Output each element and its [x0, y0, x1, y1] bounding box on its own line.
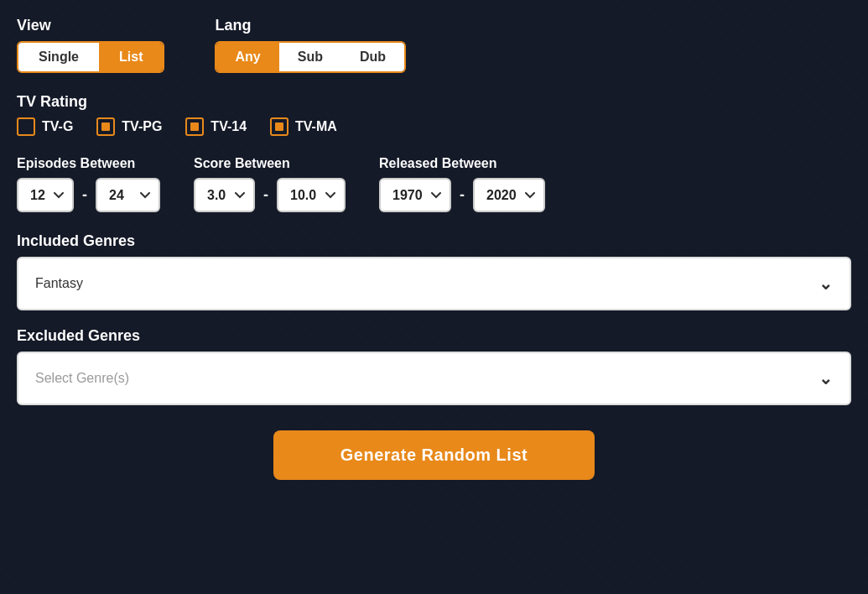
score-between-label: Score Between: [194, 156, 346, 171]
episodes-dash: -: [82, 186, 87, 204]
included-genres-label: Included Genres: [17, 232, 851, 250]
included-genres-chevron-icon: ⌄: [819, 274, 833, 294]
excluded-genres-chevron-icon: ⌄: [819, 368, 833, 388]
tv-pg-label: TV-PG: [122, 119, 162, 134]
released-to-select[interactable]: 2020 2000 2005 2010 2015 2023 2024: [473, 178, 545, 212]
lang-toggle-group: Any Sub Dub: [215, 41, 406, 73]
rating-options: TV-G TV-PG TV-14 TV-MA: [17, 117, 851, 136]
score-to-select[interactable]: 10.0 5.0 6.0 7.0 8.0 9.0: [277, 178, 346, 212]
view-toggle-group: Single List: [17, 41, 164, 73]
released-between-group: Released Between 1970 1960 1965 1975 198…: [379, 156, 545, 212]
released-from-select[interactable]: 1970 1960 1965 1975 1980 1985 1990 1995 …: [379, 178, 451, 212]
tv-rating-label: TV Rating: [17, 93, 851, 111]
score-dash: -: [263, 186, 268, 204]
view-list-button[interactable]: List: [99, 43, 163, 71]
released-between-label: Released Between: [379, 156, 545, 171]
generate-random-list-button[interactable]: Generate Random List: [273, 430, 595, 480]
tv-ma-checkbox[interactable]: [270, 117, 288, 136]
view-section: View Single List: [17, 17, 164, 73]
excluded-genres-dropdown[interactable]: Select Genre(s) ⌄: [17, 352, 851, 405]
episodes-between-group: Episodes Between 12 1 4 8 24 36 - 24 12 …: [17, 156, 160, 212]
lang-label: Lang: [215, 17, 406, 34]
excluded-genres-placeholder: Select Genre(s): [35, 371, 129, 386]
excluded-genres-label: Excluded Genres: [17, 327, 851, 345]
view-single-button[interactable]: Single: [18, 43, 99, 71]
excluded-genres-section: Excluded Genres Select Genre(s) ⌄: [17, 327, 851, 405]
released-between-inputs: 1970 1960 1965 1975 1980 1985 1990 1995 …: [379, 178, 545, 212]
included-genres-dropdown[interactable]: Fantasy ⌄: [17, 257, 851, 310]
episodes-to-select[interactable]: 24 12 36 48 72 100: [96, 178, 160, 212]
rating-tv-ma[interactable]: TV-MA: [270, 117, 337, 136]
between-row: Episodes Between 12 1 4 8 24 36 - 24 12 …: [17, 156, 851, 212]
episodes-between-inputs: 12 1 4 8 24 36 - 24 12 36 48 72 100: [17, 178, 160, 212]
included-genres-value: Fantasy: [35, 276, 83, 291]
included-genres-section: Included Genres Fantasy ⌄: [17, 232, 851, 310]
tv-14-label: TV-14: [211, 119, 247, 134]
score-between-inputs: 3.0 1.0 2.0 4.0 5.0 - 10.0 5.0 6.0 7.0 8…: [194, 178, 346, 212]
lang-sub-button[interactable]: Sub: [279, 43, 341, 71]
tv-14-checkbox[interactable]: [185, 117, 204, 136]
episodes-between-label: Episodes Between: [17, 156, 160, 171]
tv-g-checkbox[interactable]: [17, 117, 35, 136]
lang-any-button[interactable]: Any: [216, 43, 278, 71]
rating-tv-g[interactable]: TV-G: [17, 117, 73, 136]
score-from-select[interactable]: 3.0 1.0 2.0 4.0 5.0: [194, 178, 255, 212]
generate-btn-container: Generate Random List: [17, 430, 851, 480]
tv-rating-section: TV Rating TV-G TV-PG TV-14 TV-MA: [17, 93, 851, 136]
lang-section: Lang Any Sub Dub: [215, 17, 406, 73]
episodes-from-select[interactable]: 12 1 4 8 24 36: [17, 178, 74, 212]
tv-g-label: TV-G: [42, 119, 73, 134]
view-label: View: [17, 17, 164, 34]
rating-tv-14[interactable]: TV-14: [185, 117, 247, 136]
tv-ma-label: TV-MA: [295, 119, 337, 134]
rating-tv-pg[interactable]: TV-PG: [96, 117, 162, 136]
released-dash: -: [460, 186, 465, 204]
lang-dub-button[interactable]: Dub: [341, 43, 404, 71]
score-between-group: Score Between 3.0 1.0 2.0 4.0 5.0 - 10.0…: [194, 156, 346, 212]
tv-pg-checkbox[interactable]: [96, 117, 115, 136]
